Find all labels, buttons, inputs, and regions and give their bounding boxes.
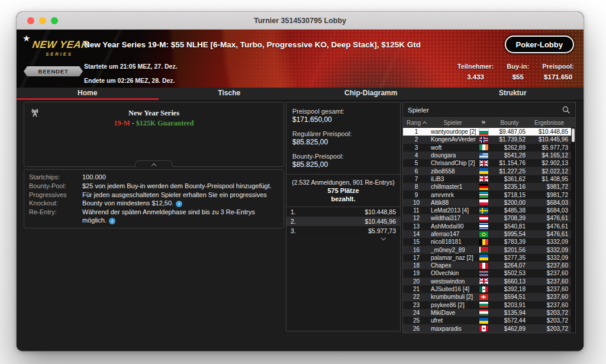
player-result: $332,09 [528,239,570,245]
banner-stat-label: Preispool: [542,63,574,70]
favorite-star-icon[interactable]: ★ [22,33,30,44]
chevron-down-icon [381,236,386,240]
player-row-9[interactable]: 9amrvmrk$718,15$981,72 [403,191,575,198]
player-bounty: $783,39 [491,239,528,245]
player-row-18[interactable]: 18Chapex$264,07$237,60 [403,262,575,269]
player-result: $981,72 [528,183,570,190]
player-row-22[interactable]: 22krumbumbuli [2]$594,51$237,60 [403,293,575,301]
minimize-button[interactable] [39,17,46,24]
player-result: $476,61 [528,223,570,230]
expand-payouts-button[interactable] [372,236,395,242]
player-row-10[interactable]: 10Altik88$200,00$684,03 [403,199,575,207]
search-icon[interactable] [562,105,570,114]
player-row-12[interactable]: 12wildthai317$708,39$476,61 [403,214,575,222]
player-row-25[interactable]: 25ufret$572,44$203,72 [403,317,575,324]
player-flag-cell [476,176,491,182]
column-header-results[interactable]: Ergebnisse [528,120,570,126]
flag-icon-gb [479,176,488,182]
player-row-7[interactable]: 7iLiB3$361,62$1.408,95 [403,175,575,183]
player-rank: 22 [403,294,430,300]
tab-home[interactable]: Home [17,88,159,100]
player-name: ufret [430,317,476,324]
player-row-11[interactable]: 11LeMat2013 [4]$485,38$684,03 [403,207,575,214]
player-bounty: $1.154,76 [491,160,528,166]
flag-icon-de [479,184,488,190]
player-bounty: $594,51 [491,294,528,300]
column-header-rank[interactable]: Rang [403,120,430,126]
players-scrollbar-thumb[interactable] [572,128,575,142]
player-row-8[interactable]: 8chillmaster1$235,16$981,72 [403,183,575,191]
player-bounty: $1.739,52 [491,136,528,143]
player-result: $332,09 [528,247,570,253]
player-name: maxparadis [430,326,476,332]
player-row-6[interactable]: 6zibo8558$1.227,25$2.022,12 [403,167,575,175]
player-flag-cell [476,184,491,190]
player-row-26[interactable]: 26maxparadis$462,89$203,72 [403,324,575,332]
tab-struktur[interactable]: Struktur [442,88,584,100]
player-row-1[interactable]: 1wantyourdope [2]$9.487,05$10.448,85 [403,128,575,136]
player-name: nico818181 [430,239,476,245]
close-button[interactable] [27,17,34,24]
player-flag-cell [476,160,491,166]
player-row-23[interactable]: 23psykee86 [2]$203,91$237,60 [403,301,575,309]
payout-rank: 1. [291,208,296,215]
player-row-4[interactable]: 4doungara$541,28$4.165,12 [403,152,575,159]
column-header-bounty[interactable]: Bounty [491,120,528,126]
tab-tische[interactable]: Tische [159,88,301,100]
chevron-up-icon [152,163,156,168]
info-icon[interactable]: i [176,201,182,207]
player-rank: 1 [403,128,430,135]
banner-stats: Teilnehmer:3.433Buy-in:$55Preispool:$171… [457,63,574,80]
tab-chip-diagramm[interactable]: Chip-Diagramm [300,88,442,100]
payout-row-1: 1.$10.448,85 [286,207,400,217]
start-time: Startete um 21:05 MEZ, 27. Dez. [84,63,178,70]
player-row-2[interactable]: 2KongenAvVerden$1.739,52$10.445,96 [403,136,575,143]
player-name: wildthai317 [430,215,476,221]
player-rank: 25 [403,317,430,324]
player-name: amrvmrk [430,192,476,198]
player-bounty: $201,56 [491,247,528,253]
player-result: $203,72 [528,317,570,324]
player-rank: 8 [403,183,430,190]
player-row-16[interactable]: 16_m0ney2_89$201,56$332,09 [403,246,575,253]
player-row-3[interactable]: 3woft$262,89$5.977,73 [403,144,575,152]
flag-icon-ch [479,294,488,300]
poker-lobby-button[interactable]: Poker-Lobby [505,36,574,53]
player-flag-cell [476,326,491,331]
info-icon[interactable]: i [109,218,115,224]
player-rank: 26 [403,326,430,332]
status-badge: BEENDET [24,66,83,76]
player-result: $237,60 [528,286,570,292]
collapse-announcement-button[interactable] [135,160,173,167]
player-row-5[interactable]: 5ChrisandChip [2]$1.154,76$2.902,13 [403,159,575,167]
player-name: ChrisandChip [2] [430,160,476,166]
flag-icon-il [479,223,488,229]
flag-icon-bg [479,129,488,135]
detail-label-0: Startchips: [29,173,80,181]
player-row-21[interactable]: 21AJSuited16 [4]$392,18$237,60 [403,285,575,293]
player-result: $203,72 [528,326,570,332]
player-name: aferrao147 [430,231,476,237]
detail-label-3: Re-Entry: [29,208,80,224]
zoom-button[interactable] [51,17,58,24]
player-rank: 16 [403,247,430,253]
player-name: AshModai90 [430,223,476,230]
player-search-input[interactable] [408,107,562,114]
flag-column-icon[interactable]: ⚑ [476,120,491,126]
player-row-24[interactable]: 24MikiDave$135,94$203,72 [403,309,575,317]
player-row-15[interactable]: 15nico818181$783,39$332,09 [403,238,575,246]
player-row-20[interactable]: 20westswindon$660,13$237,60 [403,278,575,285]
player-rank: 15 [403,239,430,245]
places-paid-line1: 575 Plätze [289,186,398,195]
flag-icon-pe [479,263,488,269]
banner-stat-label: Teilnehmer: [457,63,494,70]
column-header-player[interactable]: Spieler [430,120,476,126]
player-flag-cell [476,168,491,174]
player-row-19[interactable]: 19O0vechkin$502,53$237,60 [403,269,575,277]
player-name: chillmaster1 [430,183,476,190]
player-row-13[interactable]: 13AshModai90$540,81$476,61 [403,223,575,230]
titlebar[interactable]: Turnier 3514530795 Lobby [17,12,584,30]
player-row-17[interactable]: 17palamar_naz [2]$277,35$332,09 [403,254,575,262]
player-row-14[interactable]: 14aferrao147$995,54$476,61 [403,230,575,238]
flag-icon-bg [479,302,488,308]
